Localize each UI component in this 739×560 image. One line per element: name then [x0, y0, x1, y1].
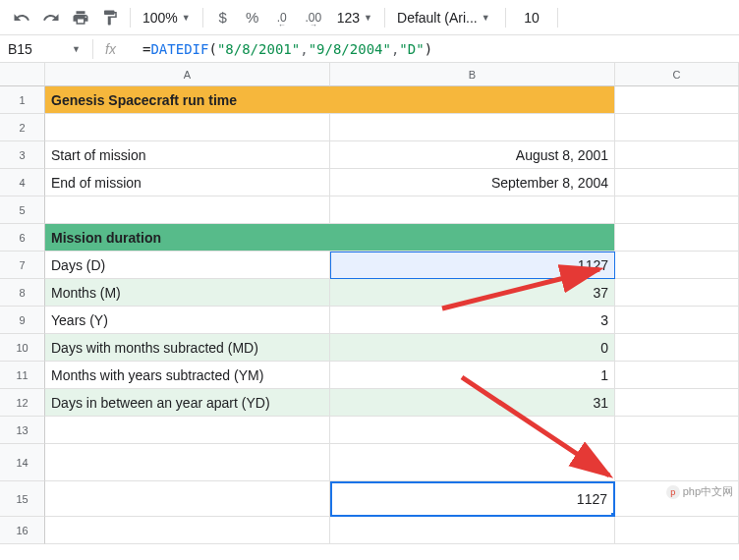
cell-b14[interactable] — [330, 444, 615, 481]
cell-a12[interactable]: Days in between an year apart (YD) — [45, 389, 330, 417]
chevron-down-icon: ▼ — [72, 44, 81, 54]
cell-c12[interactable] — [615, 389, 739, 417]
cell-a11[interactable]: Months with years subtracted (YM) — [45, 362, 330, 389]
row-header[interactable]: 8 — [0, 279, 45, 307]
cell-a2[interactable] — [45, 114, 330, 141]
cell-a5[interactable] — [45, 196, 330, 224]
undo-button[interactable] — [8, 4, 35, 31]
cell-c2[interactable] — [615, 114, 739, 141]
row-header[interactable]: 4 — [0, 169, 45, 196]
cell-b4[interactable]: September 8, 2004 — [330, 169, 615, 196]
watermark: p php中文网 — [666, 484, 733, 499]
row-header[interactable]: 6 — [0, 224, 45, 252]
more-formats-dropdown[interactable]: 123 ▼ — [331, 10, 378, 26]
formula-bar-row: B15 ▼ fx =DATEDIF("8/8/2001","9/8/2004",… — [0, 35, 739, 63]
cell-a6[interactable]: Mission duration — [45, 224, 615, 252]
cell-c16[interactable] — [615, 517, 739, 544]
cell-b10[interactable]: 0 — [330, 334, 615, 362]
cell-a3[interactable]: Start of mission — [45, 141, 330, 169]
cell-a10[interactable]: Days with months subracted (MD) — [45, 334, 330, 362]
cell-a1[interactable]: Genesis Spacecraft run time — [45, 86, 615, 114]
print-button[interactable] — [67, 4, 94, 31]
select-all-corner[interactable] — [0, 63, 45, 86]
formula-bar[interactable]: =DATEDIF("8/8/2001","9/8/2004","D") — [142, 41, 731, 57]
spreadsheet-grid[interactable]: A B C 1 Genesis Spacecraft run time 2 3 … — [0, 63, 739, 544]
cell-c5[interactable] — [615, 196, 739, 224]
separator — [384, 8, 385, 28]
increase-decimal-button[interactable]: .00 → — [298, 4, 329, 31]
row-header[interactable]: 15 — [0, 481, 45, 517]
cell-a13[interactable] — [45, 417, 330, 444]
cell-c10[interactable] — [615, 334, 739, 362]
cell-b12[interactable]: 31 — [330, 389, 615, 417]
row-16: 16 — [0, 517, 739, 544]
cell-b8[interactable]: 37 — [330, 279, 615, 307]
zoom-dropdown[interactable]: 100% ▼ — [137, 10, 197, 26]
cell-a16[interactable] — [45, 517, 330, 544]
watermark-logo: p — [666, 485, 680, 499]
cell-c11[interactable] — [615, 362, 739, 389]
cell-b3[interactable]: August 8, 2001 — [330, 141, 615, 169]
row-header[interactable]: 5 — [0, 196, 45, 224]
format-percent-button[interactable]: % — [239, 4, 266, 31]
row-header[interactable]: 3 — [0, 141, 45, 169]
row-header[interactable]: 16 — [0, 517, 45, 544]
cell-b15[interactable]: 1127 — [330, 481, 615, 517]
row-header[interactable]: 9 — [0, 307, 45, 334]
row-3: 3 Start of mission August 8, 2001 — [0, 141, 739, 169]
row-header[interactable]: 13 — [0, 417, 45, 444]
row-6: 6 Mission duration — [0, 224, 739, 252]
watermark-text: php中文网 — [683, 484, 733, 499]
row-8: 8 Months (M) 37 — [0, 279, 739, 307]
cell-b16[interactable] — [330, 517, 615, 544]
cell-b13[interactable] — [330, 417, 615, 444]
cell-c4[interactable] — [615, 169, 739, 196]
cell-c8[interactable] — [615, 279, 739, 307]
row-header[interactable]: 12 — [0, 389, 45, 417]
cell-c14[interactable] — [615, 444, 739, 481]
row-header[interactable]: 14 — [0, 444, 45, 481]
cell-c1[interactable] — [615, 86, 739, 114]
col-header-a[interactable]: A — [45, 63, 330, 86]
cell-c3[interactable] — [615, 141, 739, 169]
paint-format-button[interactable] — [96, 4, 124, 31]
font-dropdown[interactable]: Default (Ari... ▼ — [391, 10, 499, 26]
row-11: 11 Months with years subtracted (YM) 1 — [0, 362, 739, 389]
name-box[interactable]: B15 ▼ — [8, 41, 81, 57]
font-size-dropdown[interactable]: 10 — [512, 10, 551, 26]
cell-b11[interactable]: 1 — [330, 362, 615, 389]
cell-a9[interactable]: Years (Y) — [45, 307, 330, 334]
row-header[interactable]: 7 — [0, 252, 45, 279]
col-header-c[interactable]: C — [615, 63, 739, 86]
cell-c7[interactable] — [615, 252, 739, 279]
cell-b5[interactable] — [330, 196, 615, 224]
cell-b2[interactable] — [330, 114, 615, 141]
row-header[interactable]: 11 — [0, 362, 45, 389]
cell-b9[interactable]: 3 — [330, 307, 615, 334]
cell-a14[interactable] — [45, 444, 330, 481]
toolbar: 100% ▼ $ % .0 ← .00 → 123 ▼ Default (Ari… — [0, 0, 739, 35]
cell-a8[interactable]: Months (M) — [45, 279, 330, 307]
row-header[interactable]: 10 — [0, 334, 45, 362]
row-5: 5 — [0, 196, 739, 224]
format-123-label: 123 — [337, 10, 360, 26]
decrease-decimal-button[interactable]: .0 ← — [268, 4, 296, 31]
cell-a15[interactable] — [45, 481, 330, 517]
row-header[interactable]: 2 — [0, 114, 45, 141]
cell-c6[interactable] — [615, 224, 739, 252]
row-10: 10 Days with months subracted (MD) 0 — [0, 334, 739, 362]
redo-button[interactable] — [37, 4, 65, 31]
cell-a4[interactable]: End of mission — [45, 169, 330, 196]
row-header[interactable]: 1 — [0, 86, 45, 114]
row-9: 9 Years (Y) 3 — [0, 307, 739, 334]
col-header-b[interactable]: B — [330, 63, 615, 86]
format-currency-button[interactable]: $ — [209, 4, 237, 31]
cell-b7[interactable]: 1127 — [330, 252, 615, 279]
cell-a7[interactable]: Days (D) — [45, 252, 330, 279]
chevron-down-icon: ▼ — [364, 13, 372, 23]
font-name: Default (Ari... — [397, 10, 478, 26]
cell-c9[interactable] — [615, 307, 739, 334]
fill-handle[interactable] — [610, 512, 615, 517]
cell-c13[interactable] — [615, 417, 739, 444]
row-12: 12 Days in between an year apart (YD) 31 — [0, 389, 739, 417]
